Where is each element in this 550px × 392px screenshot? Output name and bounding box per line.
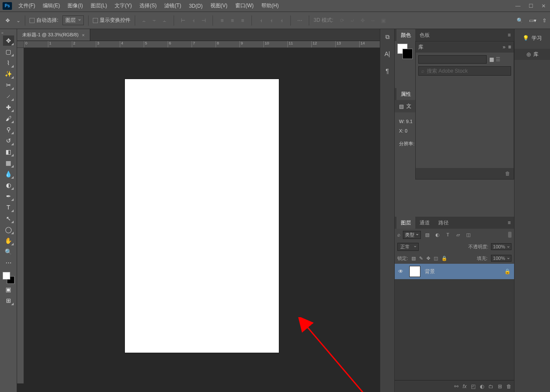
- dist-vcenter-icon[interactable]: ≡: [228, 16, 237, 25]
- layer-row-background[interactable]: 👁 背景 🔒: [395, 264, 514, 279]
- align-top-icon[interactable]: ⫠: [139, 16, 149, 25]
- tab-swatches[interactable]: 色板: [415, 29, 434, 41]
- slide-3d-icon[interactable]: ↔: [368, 16, 378, 25]
- link-layers-icon[interactable]: ⚯: [454, 383, 458, 389]
- tab-color[interactable]: 颜色: [396, 29, 415, 41]
- gradient-tool[interactable]: ▦: [3, 158, 14, 168]
- filter-type-icon[interactable]: T: [444, 231, 452, 239]
- blend-mode-dropdown[interactable]: 正常: [397, 243, 419, 251]
- align-vcenter-icon[interactable]: ⫟: [150, 16, 159, 25]
- lock-all-icon[interactable]: 🔒: [441, 256, 447, 261]
- tab-properties[interactable]: 属性: [396, 88, 415, 100]
- ruler-horizontal[interactable]: 01234567891011121314: [24, 41, 380, 48]
- new-layer-icon[interactable]: ⊞: [498, 383, 502, 389]
- minimize-button[interactable]: ―: [512, 0, 524, 12]
- magic-wand-tool[interactable]: ✨: [3, 69, 14, 79]
- menu-type[interactable]: 文字(Y): [111, 0, 136, 12]
- library-search[interactable]: ⌕ 搜索 Adobe Stock: [418, 66, 511, 76]
- path-select-tool[interactable]: ↖: [3, 213, 14, 224]
- cc-library-button[interactable]: ◎ 库: [515, 49, 550, 60]
- more-align-icon[interactable]: ⋯: [295, 16, 305, 25]
- dodge-tool[interactable]: ◐: [3, 180, 14, 190]
- move-tool[interactable]: ✥: [3, 35, 14, 46]
- healing-brush-tool[interactable]: ✚: [3, 102, 14, 112]
- history-brush-tool[interactable]: ↺: [3, 136, 14, 146]
- pen-tool[interactable]: ✒: [3, 191, 14, 201]
- dist-right-icon[interactable]: ⫞: [277, 16, 286, 25]
- library-collapse-icon[interactable]: »: [503, 44, 506, 50]
- lasso-tool[interactable]: ⌇: [3, 58, 14, 68]
- foreground-color[interactable]: [3, 272, 10, 280]
- adjustment-layer-icon[interactable]: ◐: [480, 383, 484, 389]
- lock-artboard-icon[interactable]: ◫: [434, 256, 438, 261]
- show-transform-checkbox[interactable]: 显示变换控件: [93, 17, 130, 24]
- character-panel-icon[interactable]: A|: [383, 50, 392, 58]
- opacity-value[interactable]: 100%: [491, 243, 512, 250]
- layer-fx-icon[interactable]: fx: [463, 383, 467, 389]
- hand-tool[interactable]: ✋: [3, 236, 14, 246]
- shape-tool[interactable]: ◯: [3, 224, 14, 235]
- eraser-tool[interactable]: ◧: [3, 147, 14, 157]
- menu-3d[interactable]: 3D(D): [185, 0, 207, 12]
- pan-3d-icon[interactable]: ✥: [358, 16, 367, 25]
- color-panel-menu-icon[interactable]: ≡: [506, 32, 512, 38]
- eyedropper-tool[interactable]: ⟋: [3, 91, 14, 101]
- grid-view-icon[interactable]: ▦: [489, 56, 494, 62]
- move-tool-preset-icon[interactable]: ✥: [3, 16, 12, 25]
- tab-close-icon[interactable]: ×: [82, 32, 85, 38]
- menu-select[interactable]: 选择(S): [136, 0, 160, 12]
- expand-toolbar-icon[interactable]: »: [1, 31, 6, 35]
- fill-value[interactable]: 100%: [491, 255, 512, 262]
- tab-channels[interactable]: 通道: [415, 217, 434, 229]
- menu-layer[interactable]: 图层(L): [87, 0, 111, 12]
- panel-background-color[interactable]: [402, 49, 413, 59]
- marquee-tool[interactable]: ▢: [3, 47, 14, 57]
- blur-tool[interactable]: 💧: [3, 169, 14, 179]
- workspace-switcher-icon[interactable]: ▭▾: [529, 18, 536, 24]
- list-view-icon[interactable]: ☰: [496, 56, 500, 62]
- dist-left-icon[interactable]: ⫞: [256, 16, 266, 25]
- filter-pixel-icon[interactable]: ▧: [423, 231, 431, 239]
- library-menu-icon[interactable]: ≡: [508, 44, 511, 50]
- menu-window[interactable]: 窗口(W): [231, 0, 257, 12]
- lock-pixels-icon[interactable]: ▧: [411, 256, 416, 261]
- zoom-tool[interactable]: 🔍: [3, 247, 14, 257]
- close-button[interactable]: ✕: [537, 0, 550, 12]
- menu-file[interactable]: 文件(F): [15, 0, 39, 12]
- layer-filter-dropdown[interactable]: 类型: [403, 231, 421, 239]
- type-tool[interactable]: T: [3, 202, 14, 212]
- filter-smart-icon[interactable]: ◫: [464, 231, 472, 239]
- dist-bottom-icon[interactable]: ≡: [238, 16, 247, 25]
- lock-move-icon[interactable]: ✥: [426, 256, 430, 261]
- layer-lock-icon[interactable]: 🔒: [504, 268, 511, 274]
- roll-3d-icon[interactable]: ⤾: [348, 16, 357, 25]
- clone-stamp-tool[interactable]: ⚲: [3, 124, 14, 135]
- layer-mask-icon[interactable]: ◰: [471, 383, 476, 389]
- library-dropdown[interactable]: [418, 55, 487, 64]
- layer-group-icon[interactable]: 🗀: [488, 383, 494, 389]
- tab-paths[interactable]: 路径: [434, 217, 453, 229]
- crop-tool[interactable]: ✂: [3, 80, 14, 90]
- align-hcenter-icon[interactable]: ⫞: [189, 16, 198, 25]
- filter-adjust-icon[interactable]: ◐: [434, 231, 441, 239]
- learn-button[interactable]: 💡 学习: [515, 32, 550, 44]
- orbit-3d-icon[interactable]: ⟳: [337, 16, 347, 25]
- search-icon[interactable]: 🔍: [517, 18, 523, 24]
- align-right-icon[interactable]: ⊣: [199, 16, 208, 25]
- document-tab[interactable]: 未标题-1 @ 33.3%(RGB/8) ×: [17, 29, 90, 41]
- menu-edit[interactable]: 编辑(E): [39, 0, 64, 12]
- dist-top-icon[interactable]: ≡: [217, 16, 227, 25]
- share-icon[interactable]: ⇧: [542, 18, 547, 24]
- auto-select-dropdown[interactable]: 图层: [62, 15, 84, 25]
- layer-visibility-icon[interactable]: 👁: [398, 268, 405, 274]
- dist-hcenter-icon[interactable]: ⫞: [266, 16, 276, 25]
- layer-name[interactable]: 背景: [425, 268, 435, 275]
- quickmask-tool[interactable]: ▣: [3, 284, 14, 295]
- layer-thumbnail[interactable]: [409, 266, 420, 277]
- layers-menu-icon[interactable]: ≡: [506, 220, 512, 226]
- menu-view[interactable]: 视图(V): [207, 0, 231, 12]
- filter-toggle[interactable]: [508, 232, 512, 238]
- filter-shape-icon[interactable]: ▱: [454, 231, 462, 239]
- tab-layers[interactable]: 图层: [396, 217, 415, 229]
- edit-toolbar-icon[interactable]: ⋯: [3, 258, 14, 268]
